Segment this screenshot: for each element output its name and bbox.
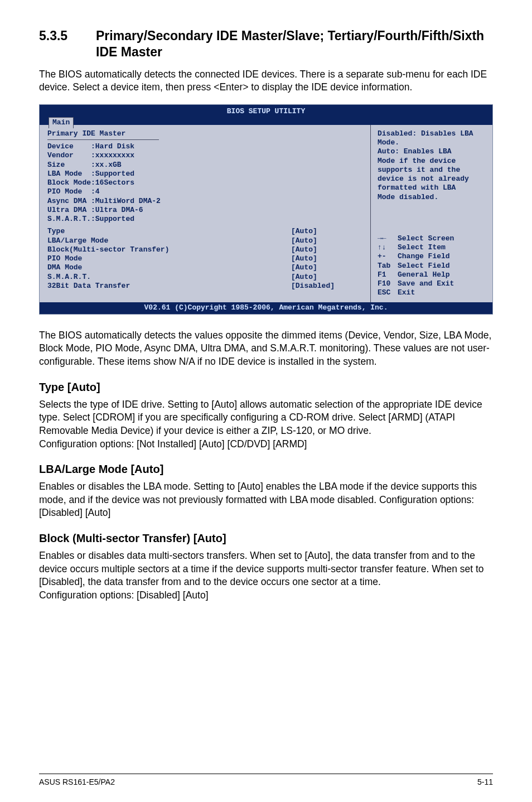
bios-info-line: Device :Hard Disk <box>47 142 364 151</box>
bios-option-label[interactable]: PIO Mode <box>47 254 287 263</box>
bios-info-line: Async DMA :MultiWord DMA-2 <box>47 197 364 206</box>
bios-header: BIOS SETUP UTILITY Main <box>40 105 492 125</box>
bios-nav-key: F10 <box>378 279 398 288</box>
footer-right: 5-11 <box>477 777 493 786</box>
bios-title: BIOS SETUP UTILITY <box>49 107 492 116</box>
bios-option-label[interactable]: 32Bit Data Transfer <box>47 282 287 291</box>
bios-option-label[interactable]: LBA/Large Mode <box>47 236 287 245</box>
bios-main-panel: Primary IDE Master Device :Hard Disk Ven… <box>40 125 371 302</box>
bios-option-value[interactable]: [Auto] <box>291 273 364 282</box>
intro-paragraph: The BIOS automatically detects the conne… <box>39 68 493 94</box>
page-footer: ASUS RS161-E5/PA2 5-11 <box>39 774 493 786</box>
bios-help-line: formatted with LBA <box>378 183 486 192</box>
subheading-lba: LBA/Large Mode [Auto] <box>39 463 493 476</box>
subheading-type: Type [Auto] <box>39 381 493 394</box>
bios-option-value[interactable]: [Auto] <box>291 263 364 272</box>
bios-nav-key: ESC <box>378 288 398 297</box>
bios-option-label[interactable]: S.M.A.R.T. <box>47 273 287 282</box>
section-title: Primary/Secondary IDE Master/Slave; Tert… <box>96 28 493 60</box>
bios-window: BIOS SETUP UTILITY Main Primary IDE Mast… <box>39 104 493 315</box>
bios-panel-title: Primary IDE Master <box>47 129 364 138</box>
lba-paragraph: Enables or disables the LBA mode. Settin… <box>39 480 493 520</box>
bios-nav-label: Select Screen <box>398 234 454 243</box>
bios-divider <box>47 139 159 140</box>
bios-info-line: Block Mode:16Sectors <box>47 178 364 187</box>
bios-tab-main[interactable]: Main <box>49 117 74 128</box>
after-bios-paragraph: The BIOS automatically detects the value… <box>39 329 493 369</box>
page: 5.3.5 Primary/Secondary IDE Master/Slave… <box>0 0 532 802</box>
bios-help-line: Auto: Enables LBA <box>378 147 486 156</box>
bios-nav-label: Change Field <box>398 252 450 261</box>
bios-option-label[interactable]: Type <box>47 227 287 236</box>
bios-option-value[interactable]: [Auto] <box>291 227 364 236</box>
bios-help-line: Mode if the device <box>378 157 486 166</box>
bios-nav-key: +- <box>378 252 398 261</box>
bios-info-line: LBA Mode :Supported <box>47 170 364 178</box>
bios-option-value[interactable]: [Auto] <box>291 245 364 254</box>
bios-nav-row: →←Select Screen <box>378 234 486 243</box>
bios-help-line: Mode. <box>378 138 486 147</box>
bios-nav-label: Select Field <box>398 262 450 270</box>
subheading-block: Block (Multi-sector Transfer) [Auto] <box>39 532 493 545</box>
bios-nav-row: TabSelect Field <box>378 262 486 270</box>
bios-info-line: S.M.A.R.T.:Supported <box>47 215 364 224</box>
bios-options: Type[Auto] LBA/Large Mode[Auto] Block(Mu… <box>47 227 364 291</box>
bios-info-line: Ultra DMA :Ultra DMA-6 <box>47 206 364 215</box>
bios-nav-label: Exit <box>398 288 415 297</box>
bios-nav-label: General Help <box>398 270 450 279</box>
bios-info-line: Vendor :xxxxxxxxx <box>47 151 364 160</box>
bios-footer: V02.61 (C)Copyright 1985-2006, American … <box>40 302 492 314</box>
bios-nav-row: F1General Help <box>378 270 486 279</box>
section-heading: 5.3.5 Primary/Secondary IDE Master/Slave… <box>39 28 493 60</box>
bios-help-line: Disabled: Disables LBA <box>378 129 486 138</box>
bios-option-value[interactable]: [Auto] <box>291 254 364 263</box>
bios-nav-row: ↑↓Select Item <box>378 243 486 252</box>
bios-nav-label: Select Item <box>398 243 446 252</box>
block-paragraph-2: Configuration options: [Disabled] [Auto] <box>39 589 493 602</box>
bios-nav-row: ESCExit <box>378 288 486 297</box>
bios-info-line: PIO Mode :4 <box>47 187 364 196</box>
bios-nav: →←Select Screen ↑↓Select Item +-Change F… <box>378 234 486 298</box>
bios-nav-key: Tab <box>378 262 398 270</box>
bios-help-line: supports it and the <box>378 166 486 175</box>
bios-side-panel: Disabled: Disables LBA Mode. Auto: Enabl… <box>371 125 492 302</box>
bios-nav-key: →← <box>378 234 398 243</box>
bios-nav-row: +-Change Field <box>378 252 486 261</box>
bios-nav-label: Save and Exit <box>398 279 454 288</box>
bios-option-label[interactable]: Block(Multi-sector Transfer) <box>47 245 287 254</box>
bios-nav-key: ↑↓ <box>378 243 398 252</box>
section-number: 5.3.5 <box>39 28 96 60</box>
type-paragraph-2: Configuration options: [Not Installed] [… <box>39 438 493 451</box>
bios-body: Primary IDE Master Device :Hard Disk Ven… <box>40 125 492 302</box>
bios-help-text: Disabled: Disables LBA Mode. Auto: Enabl… <box>378 129 486 202</box>
bios-option-value[interactable]: [Disabled] <box>291 282 364 291</box>
type-paragraph-1: Selects the type of IDE drive. Setting t… <box>39 398 493 438</box>
bios-help-line: Mode disabled. <box>378 193 486 202</box>
bios-help-line: device is not already <box>378 175 486 183</box>
bios-info-line: Size :xx.xGB <box>47 161 364 170</box>
block-paragraph-1: Enables or disables data multi-sectors t… <box>39 549 493 589</box>
bios-option-value[interactable]: [Auto] <box>291 236 364 245</box>
bios-nav-key: F1 <box>378 270 398 279</box>
bios-nav-row: F10Save and Exit <box>378 279 486 288</box>
footer-left: ASUS RS161-E5/PA2 <box>39 777 115 786</box>
bios-option-label[interactable]: DMA Mode <box>47 263 287 272</box>
